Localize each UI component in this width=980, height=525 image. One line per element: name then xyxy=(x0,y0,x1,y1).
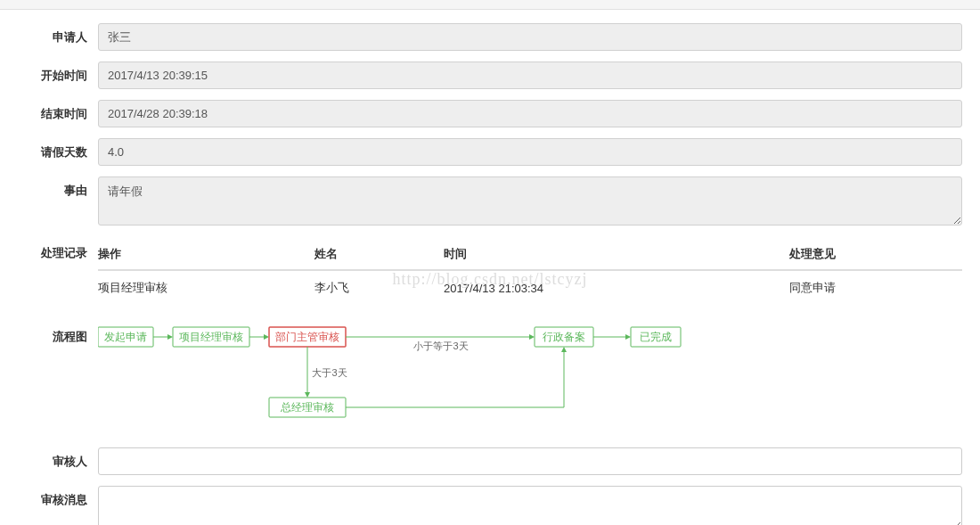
records-table: 操作 姓名 时间 处理意见 项目经理审核 李小飞 2017/4/13 21:03… xyxy=(98,239,962,305)
flow-node-start: 发起申请 xyxy=(104,331,147,343)
col-time: 时间 xyxy=(444,239,789,270)
col-name: 姓名 xyxy=(314,239,445,270)
flow-edge-lte3: 小于等于3天 xyxy=(413,340,468,351)
cell-action: 项目经理审核 xyxy=(98,270,314,305)
applicant-input xyxy=(98,23,962,51)
reason-textarea: 请年假 xyxy=(98,176,962,226)
review-msg-label: 审核消息 xyxy=(9,486,98,508)
svg-marker-5 xyxy=(264,334,269,340)
end-time-label: 结束时间 xyxy=(9,100,98,122)
days-input xyxy=(98,138,962,166)
svg-marker-14 xyxy=(561,347,567,352)
cell-time: 2017/4/13 21:03:34 xyxy=(444,270,789,305)
flow-label: 流程图 xyxy=(9,323,98,345)
flow-node-done: 已完成 xyxy=(640,331,672,343)
days-label: 请假天数 xyxy=(9,138,98,160)
reason-label: 事由 xyxy=(9,176,98,199)
cell-opinion: 同意申请 xyxy=(789,270,962,305)
flow-edge-gt3: 大于3天 xyxy=(312,367,347,378)
table-row: 项目经理审核 李小飞 2017/4/13 21:03:34 同意申请 xyxy=(98,270,962,305)
flow-node-gm: 总经理审核 xyxy=(280,401,334,414)
svg-marker-17 xyxy=(625,334,631,340)
flow-diagram: 发起申请 项目经理审核 部门主管审核 小于等于3天 xyxy=(98,323,722,421)
flow-node-pm: 项目经理审核 xyxy=(179,331,243,343)
col-opinion: 处理意见 xyxy=(789,239,962,270)
start-time-input xyxy=(98,62,962,89)
svg-marker-8 xyxy=(529,334,535,340)
cell-name: 李小飞 xyxy=(314,270,445,305)
records-label: 处理记录 xyxy=(9,239,98,261)
applicant-label: 申请人 xyxy=(9,23,98,45)
col-action: 操作 xyxy=(98,239,314,270)
start-time-label: 开始时间 xyxy=(9,62,98,84)
svg-marker-2 xyxy=(167,334,173,340)
end-time-input xyxy=(98,100,962,127)
flow-node-admin: 行政备案 xyxy=(543,331,585,343)
reviewer-label: 审核人 xyxy=(9,447,98,470)
review-msg-textarea[interactable] xyxy=(98,486,962,525)
flow-node-dept: 部门主管审核 xyxy=(275,331,339,343)
reviewer-input[interactable] xyxy=(98,447,962,475)
svg-marker-10 xyxy=(305,392,310,398)
